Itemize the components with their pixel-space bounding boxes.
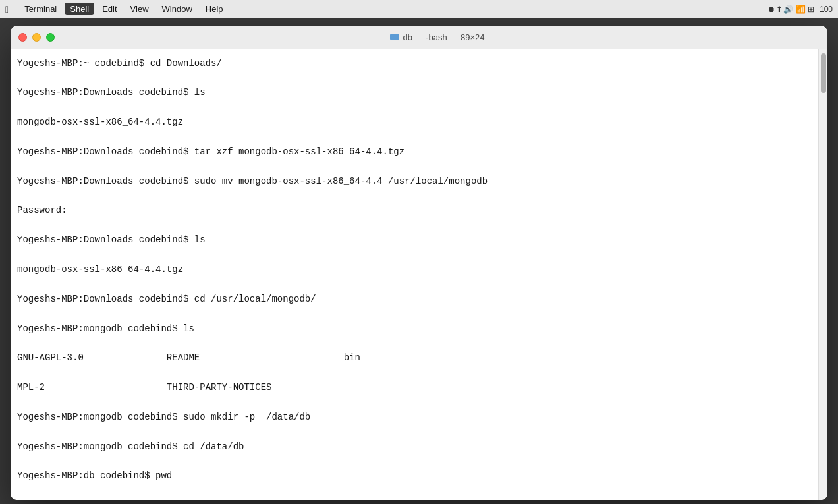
battery-icon: ⏺ ⬆ 🔊 📶 ⊞ [768,5,814,14]
menu-window[interactable]: Window [157,3,198,15]
terminal-line: Yogeshs-MBP:db codebind$ pwd [17,468,817,483]
menu-right: ⏺ ⬆ 🔊 📶 ⊞ 100 [768,5,833,14]
terminal-line: Yogeshs-MBP:Downloads codebind$ ls [17,233,817,247]
terminal-line: Yogeshs-MBP:Downloads codebind$ cd /usr/… [17,292,817,306]
terminal-line: Yogeshs-MBP:~ codebind$ cd Downloads/ [17,56,817,70]
close-button[interactable] [18,33,27,42]
menu-items: Terminal Shell Edit View Window Help [19,3,228,15]
terminal-line: Yogeshs-MBP:mongodb codebind$ cd /data/d… [17,439,817,454]
terminal-line: MPL-2 THIRD-PARTY-NOTICES [17,380,817,395]
terminal-line: GNU-AGPL-3.0 README bin [17,350,817,365]
terminal-line: /data/db [17,498,817,499]
terminal-line: Yogeshs-MBP:Downloads codebind$ sudo mv … [17,174,817,188]
scrollbar-thumb[interactable] [821,53,826,93]
minimize-button[interactable] [32,33,41,42]
terminal-line: Password: [17,203,817,217]
terminal-content[interactable]: Yogeshs-MBP:~ codebind$ cd Downloads/ Yo… [11,49,827,500]
db-folder-icon [390,34,399,40]
scrollbar[interactable] [818,49,827,500]
menu-edit[interactable]: Edit [97,3,122,15]
terminal-line: mongodb-osx-ssl-x86_64-4.4.tgz [17,115,817,129]
terminal-line: Yogeshs-MBP:mongodb codebind$ sudo mkdir… [17,410,817,424]
terminal-window: db — -bash — 89×24 Yogeshs-MBP:~ codebin… [11,26,827,500]
apple-icon[interactable]:  [5,4,9,14]
menu-help[interactable]: Help [200,3,229,15]
menu-bar:  Terminal Shell Edit View Window Help ⏺… [0,0,838,18]
terminal-line: Yogeshs-MBP:Downloads codebind$ tar xzf … [17,144,817,159]
terminal-line: Yogeshs-MBP:mongodb codebind$ ls [17,322,817,336]
terminal-line: mongodb-osx-ssl-x86_64-4.4.tgz [17,262,817,277]
screen:  Terminal Shell Edit View Window Help ⏺… [0,0,838,504]
terminal-line: Yogeshs-MBP:Downloads codebind$ ls [17,85,817,99]
title-bar: db — -bash — 89×24 [11,26,827,49]
maximize-button[interactable] [46,33,55,42]
menu-view[interactable]: View [125,3,154,15]
battery-level: 100 [820,5,833,14]
window-title: db — -bash — 89×24 [55,32,820,42]
menu-terminal[interactable]: Terminal [19,3,62,15]
traffic-lights [18,33,55,42]
menu-shell[interactable]: Shell [65,3,94,15]
